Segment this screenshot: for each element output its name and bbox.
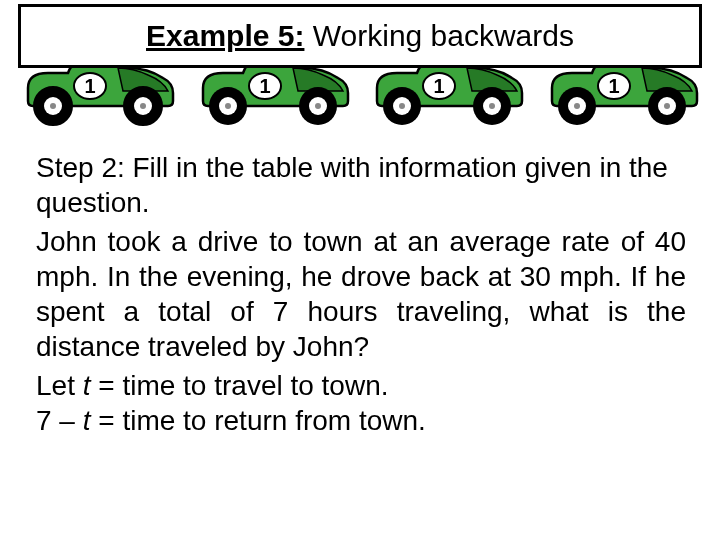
title-label: Example 5: xyxy=(146,19,304,52)
let2-prefix: 7 – xyxy=(36,405,83,436)
svg-point-56 xyxy=(574,103,580,109)
variable-definition-2: 7 – t = time to return from town. xyxy=(36,403,686,438)
let1-prefix: Let xyxy=(36,370,83,401)
svg-text:1: 1 xyxy=(259,75,270,97)
title-subtext: Working backwards xyxy=(304,19,574,52)
variable-definition-1: Let t = time to travel to town. xyxy=(36,368,686,403)
svg-point-14 xyxy=(140,103,146,109)
title-box: Example 5: Working backwards xyxy=(18,4,702,68)
svg-point-44 xyxy=(489,103,495,109)
svg-text:1: 1 xyxy=(84,75,95,97)
svg-text:1: 1 xyxy=(608,75,619,97)
let2-suffix: = time to return from town. xyxy=(90,405,425,436)
let1-suffix: = time to travel to town. xyxy=(90,370,388,401)
step-instruction: Step 2: Fill in the table with informati… xyxy=(36,150,686,220)
content-area: Step 2: Fill in the table with informati… xyxy=(36,150,686,438)
svg-point-41 xyxy=(399,103,405,109)
svg-text:1: 1 xyxy=(434,75,445,97)
problem-statement: John took a drive to town at an average … xyxy=(36,224,686,364)
svg-point-29 xyxy=(315,103,321,109)
svg-point-59 xyxy=(664,103,670,109)
slide-title: Example 5: Working backwards xyxy=(146,19,574,53)
svg-point-11 xyxy=(50,103,56,109)
svg-point-26 xyxy=(225,103,231,109)
